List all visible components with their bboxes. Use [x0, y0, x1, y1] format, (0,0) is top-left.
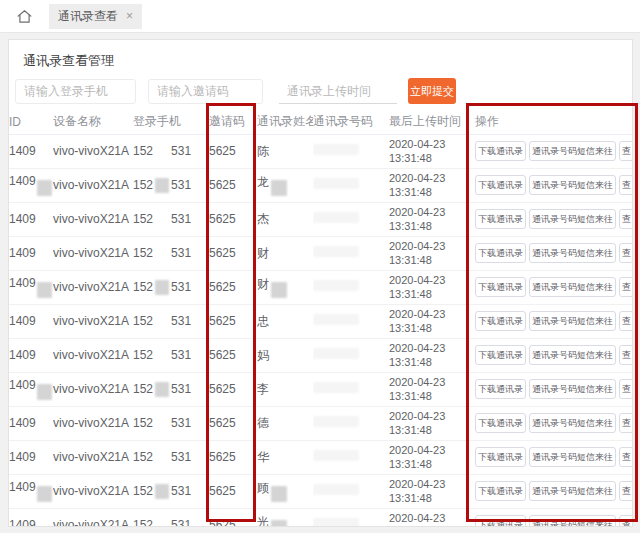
invite-code-input[interactable] [148, 79, 263, 104]
redaction-blur [37, 384, 52, 400]
view-button[interactable]: 查 [619, 481, 632, 501]
view-button[interactable]: 查 [619, 413, 632, 433]
cell-contact-name: 忠 [257, 304, 313, 338]
table-row: 1409 vivo-vivoX21A 152531 5625 财 2020-04… [9, 236, 632, 270]
view-button[interactable]: 查 [619, 209, 632, 229]
cell-login-phone: 152531 [133, 168, 209, 202]
cell-invite-code: 5625 [209, 440, 257, 474]
download-contacts-button[interactable]: 下载通讯录 [475, 481, 526, 501]
submit-button[interactable]: 立即提交 [408, 78, 456, 104]
page-title: 通讯录查看管理 [9, 40, 632, 78]
cell-last-upload-time: 2020-04-23 13:31:48 [389, 168, 475, 202]
redaction-blur [155, 416, 169, 431]
redaction-blur [313, 246, 359, 257]
download-contacts-button[interactable]: 下载通讯录 [475, 175, 526, 195]
cell-contact-number [313, 338, 389, 372]
table-body: 1409 vivo-vivoX21A 152531 5625 陈 2020-04… [9, 134, 632, 527]
cell-last-upload-time: 2020-04-23 13:31:48 [389, 270, 475, 304]
redaction-blur [155, 314, 169, 329]
cell-invite-code: 5625 [209, 270, 257, 304]
redaction-blur [271, 180, 287, 196]
download-contacts-button[interactable]: 下载通讯录 [475, 243, 526, 263]
redaction-blur [155, 484, 169, 499]
table-row: 1409 vivo-vivoX21A 152531 5625 妈 2020-04… [9, 338, 632, 372]
redaction-blur [155, 246, 169, 261]
cell-last-upload-time: 2020-04-23 13:31:48 [389, 372, 475, 406]
download-contacts-button[interactable]: 下载通讯录 [475, 209, 526, 229]
view-button[interactable]: 查 [619, 175, 632, 195]
cell-contact-number [313, 270, 389, 304]
sms-history-button[interactable]: 通讯录号码短信来往 [529, 277, 616, 297]
cell-invite-code: 5625 [209, 168, 257, 202]
view-button[interactable]: 查 [619, 379, 632, 399]
download-contacts-button[interactable]: 下载通讯录 [475, 277, 526, 297]
close-icon[interactable]: × [126, 10, 133, 22]
cell-id: 1409 [9, 440, 53, 474]
download-contacts-button[interactable]: 下载通讯录 [475, 141, 526, 161]
cell-id: 1409 [9, 304, 53, 338]
page-body: 通讯录查看管理 立即提交 ID 设备名称 登录手机 [8, 39, 633, 527]
table-row: 1409 vivo-vivoX21A 152531 5625 陈 2020-04… [9, 134, 632, 168]
sms-history-button[interactable]: 通讯录号码短信来往 [529, 447, 616, 467]
view-button[interactable]: 查 [619, 345, 632, 365]
view-button[interactable]: 查 [619, 311, 632, 331]
view-button[interactable]: 查 [619, 141, 632, 161]
view-button[interactable]: 查 [619, 447, 632, 467]
view-button[interactable]: 查 [619, 515, 632, 527]
redaction-blur [155, 178, 169, 193]
tab-label: 通讯录查看 [58, 8, 118, 25]
sms-history-button[interactable]: 通讯录号码短信来往 [529, 379, 616, 399]
cell-id: 1409 [9, 474, 53, 508]
sms-history-button[interactable]: 通讯录号码短信来往 [529, 413, 616, 433]
table-row: 1409 vivo-vivoX21A 152531 5625 顾 2020-04… [9, 474, 632, 508]
contacts-table: ID 设备名称 登录手机 邀请码 通讯录姓名 通讯录号码 最后上传时间 操作 1… [9, 110, 632, 527]
download-contacts-button[interactable]: 下载通讯录 [475, 379, 526, 399]
cell-device-name: vivo-vivoX21A [53, 474, 133, 508]
view-button[interactable]: 查 [619, 277, 632, 297]
cell-contact-name: 光 [257, 508, 313, 527]
cell-id: 1409 [9, 134, 53, 168]
filter-bar: 立即提交 [9, 78, 632, 104]
home-icon[interactable] [16, 8, 33, 25]
cell-device-name: vivo-vivoX21A [53, 406, 133, 440]
cell-contact-number [313, 508, 389, 527]
cell-id: 1409 [9, 236, 53, 270]
redaction-blur [313, 314, 359, 325]
cell-device-name: vivo-vivoX21A [53, 168, 133, 202]
cell-id: 1409 [9, 508, 53, 527]
cell-device-name: vivo-vivoX21A [53, 372, 133, 406]
cell-actions: 下载通讯录通讯录号码短信来往查 [475, 372, 632, 406]
cell-contact-number [313, 440, 389, 474]
contact-view-card: 通讯录查看管理 立即提交 ID 设备名称 登录手机 [8, 39, 633, 527]
sms-history-button[interactable]: 通讯录号码短信来往 [529, 243, 616, 263]
cell-device-name: vivo-vivoX21A [53, 134, 133, 168]
cell-invite-code: 5625 [209, 304, 257, 338]
download-contacts-button[interactable]: 下载通讯录 [475, 311, 526, 331]
sms-history-button[interactable]: 通讯录号码短信来往 [529, 345, 616, 365]
view-button[interactable]: 查 [619, 243, 632, 263]
sms-history-button[interactable]: 通讯录号码短信来往 [529, 515, 616, 527]
sms-history-button[interactable]: 通讯录号码短信来往 [529, 175, 616, 195]
download-contacts-button[interactable]: 下载通讯录 [475, 515, 526, 527]
login-phone-input[interactable] [15, 79, 136, 104]
download-contacts-button[interactable]: 下载通讯录 [475, 345, 526, 365]
cell-device-name: vivo-vivoX21A [53, 508, 133, 527]
sms-history-button[interactable]: 通讯录号码短信来往 [529, 209, 616, 229]
table-row: 1409 vivo-vivoX21A 152531 5625 忠 2020-04… [9, 304, 632, 338]
tab-contact-view[interactable]: 通讯录查看 × [49, 4, 142, 29]
download-contacts-button[interactable]: 下载通讯录 [475, 413, 526, 433]
cell-actions: 下载通讯录通讯录号码短信来往查 [475, 508, 632, 527]
cell-contact-name: 财 [257, 236, 313, 270]
cell-id: 1409 [9, 338, 53, 372]
cell-actions: 下载通讯录通讯录号码短信来往查 [475, 406, 632, 440]
download-contacts-button[interactable]: 下载通讯录 [475, 447, 526, 467]
cell-device-name: vivo-vivoX21A [53, 304, 133, 338]
upload-time-input[interactable] [279, 79, 397, 104]
cell-login-phone: 152531 [133, 270, 209, 304]
sms-history-button[interactable]: 通讯录号码短信来往 [529, 311, 616, 331]
cell-contact-name: 陈 [257, 134, 313, 168]
cell-contact-number [313, 304, 389, 338]
sms-history-button[interactable]: 通讯录号码短信来往 [529, 481, 616, 501]
redaction-blur [313, 144, 359, 155]
sms-history-button[interactable]: 通讯录号码短信来往 [529, 141, 616, 161]
